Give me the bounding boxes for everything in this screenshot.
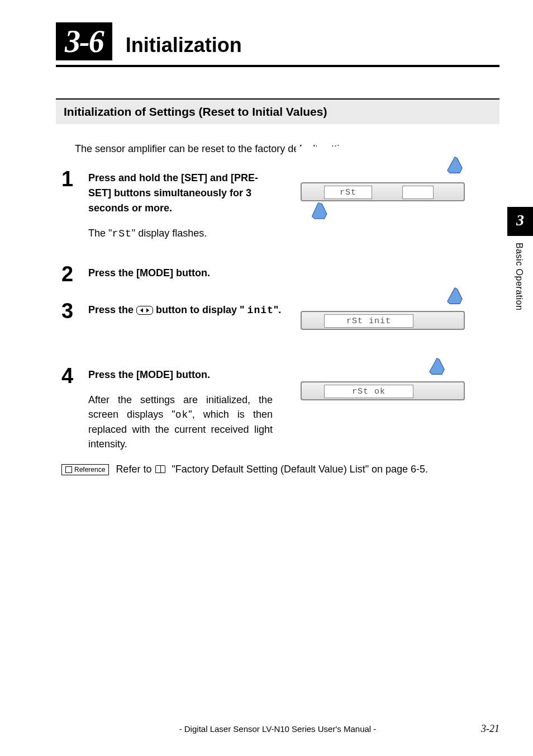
side-tab: 3 Basic Operation bbox=[507, 207, 533, 317]
reference-row: Reference Refer to "Factory Default Sett… bbox=[61, 464, 499, 475]
device-display: rSt init bbox=[324, 314, 413, 328]
reference-badge: Reference bbox=[61, 464, 109, 475]
step-number: 3 bbox=[61, 300, 88, 322]
side-tab-chapter-number: 3 bbox=[507, 207, 533, 236]
text: "Factory Default Setting (Default Value)… bbox=[172, 464, 428, 475]
step-instruction: Press the [MODE] button. bbox=[88, 266, 379, 281]
step-number: 1 bbox=[61, 168, 88, 190]
text: Refer to bbox=[116, 464, 154, 475]
page-footer: - Digital Laser Sensor LV-N10 Series Use… bbox=[56, 724, 499, 734]
step-number: 4 bbox=[61, 365, 88, 386]
chapter-title: Initialization bbox=[126, 34, 242, 60]
text: Press the bbox=[88, 304, 136, 315]
section-heading: Initialization of Settings (Reset to Ini… bbox=[56, 98, 499, 124]
step-3-illustration: rSt init bbox=[296, 280, 469, 336]
text: " display flashes. bbox=[132, 228, 207, 239]
hand-icon bbox=[442, 152, 467, 177]
display-code: init bbox=[248, 305, 274, 316]
hand-icon bbox=[442, 283, 467, 308]
device-display: rSt ok bbox=[324, 385, 413, 398]
step-instruction: Press and hold the [SET] and [PRE-SET] b… bbox=[88, 171, 273, 216]
footer-page-number: 3-21 bbox=[481, 723, 499, 735]
text: button to display " bbox=[156, 304, 248, 315]
step-1-illustration: rSt bbox=[296, 147, 469, 219]
device-display-right bbox=[402, 186, 434, 199]
step-detail: After the settings are initialized, the … bbox=[88, 393, 273, 451]
display-code: ok bbox=[175, 409, 189, 420]
arrow-keys-icon bbox=[136, 306, 153, 315]
device-display: rSt bbox=[324, 186, 372, 199]
chapter-number: 3-6 bbox=[56, 22, 112, 60]
hand-icon bbox=[425, 353, 449, 378]
book-icon bbox=[155, 465, 165, 473]
chapter-header: 3-6 Initialization bbox=[56, 22, 499, 60]
side-tab-label: Basic Operation bbox=[507, 236, 531, 317]
footer-title: - Digital Laser Sensor LV-N10 Series Use… bbox=[179, 724, 377, 734]
reference-badge-label: Reference bbox=[74, 466, 105, 474]
chapter-rule bbox=[56, 65, 499, 67]
step-detail: The "rSt" display flashes. bbox=[88, 226, 273, 241]
display-code: rSt bbox=[112, 228, 131, 239]
text: The " bbox=[88, 228, 112, 239]
step-4-illustration: rSt ok bbox=[296, 350, 469, 406]
reference-text: Refer to "Factory Default Setting (Defau… bbox=[116, 464, 428, 475]
hand-icon bbox=[308, 199, 333, 224]
step-number: 2 bbox=[61, 263, 88, 285]
text: ". bbox=[274, 304, 282, 315]
